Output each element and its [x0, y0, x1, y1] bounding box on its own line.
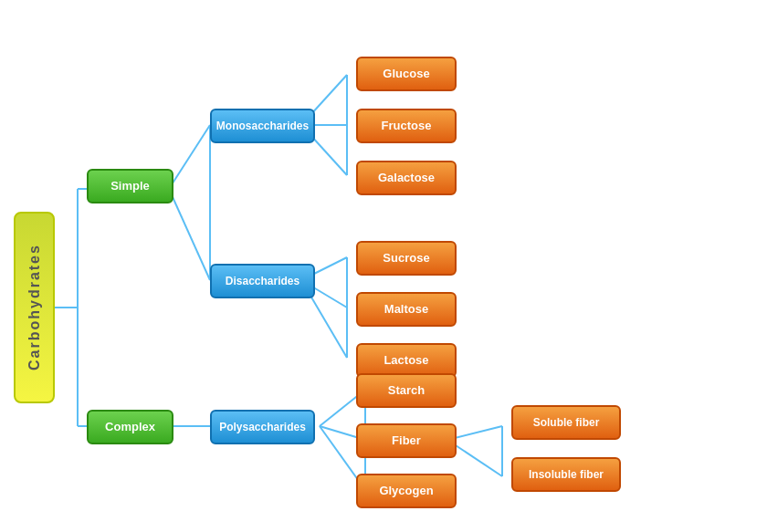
- svg-line-5: [169, 189, 210, 280]
- maltose-node: Maltose: [356, 292, 457, 327]
- galactose-node: Galactose: [356, 161, 457, 195]
- simple-node: Simple: [87, 169, 173, 203]
- carbohydrates-diagram: Carbohydrates Simple Complex Monosacchar…: [9, 11, 758, 522]
- lactose-node: Lactose: [356, 343, 457, 378]
- fiber-node: Fiber: [356, 423, 457, 458]
- polysaccharides-node: Polysaccharides: [210, 410, 315, 444]
- insoluble-fiber-node: Insoluble fiber: [511, 457, 621, 492]
- fructose-node: Fructose: [356, 109, 457, 143]
- disaccharides-node: Disaccharides: [210, 264, 315, 298]
- starch-node: Starch: [356, 373, 457, 408]
- root-node: Carbohydrates: [14, 212, 55, 403]
- glycogen-node: Glycogen: [356, 474, 457, 508]
- sucrose-node: Sucrose: [356, 241, 457, 276]
- svg-line-4: [169, 125, 210, 189]
- glucose-node: Glucose: [356, 57, 457, 91]
- soluble-fiber-node: Soluble fiber: [511, 405, 621, 440]
- monosaccharides-node: Monosaccharides: [210, 109, 315, 143]
- complex-node: Complex: [87, 410, 173, 444]
